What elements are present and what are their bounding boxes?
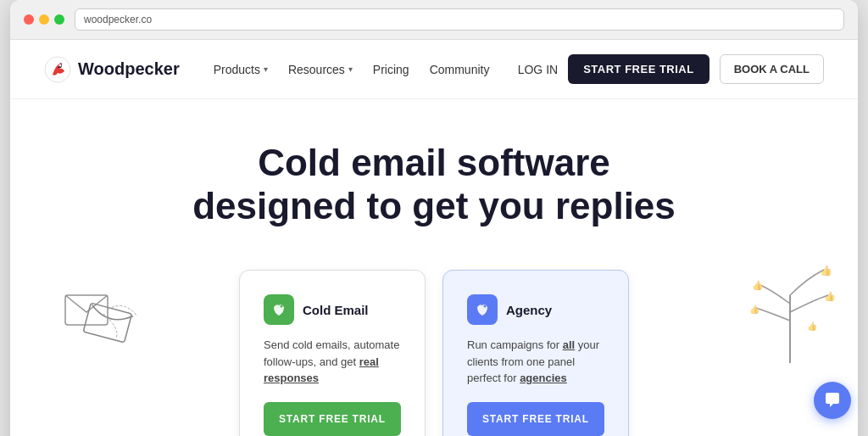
hero-title: Cold email software designed to get you … — [137, 142, 731, 227]
svg-text:👍: 👍 — [824, 290, 836, 302]
agency-card: Agency Run campaigns for all your client… — [442, 270, 629, 436]
tree-decoration: 👍 👍 👍 👍 👍 — [739, 253, 841, 372]
nav-links: Products ▾ Resources ▾ Pricing Community — [214, 63, 518, 76]
agency-card-header: Agency — [467, 294, 604, 325]
dot-yellow[interactable] — [39, 14, 49, 25]
svg-text:👍: 👍 — [820, 264, 832, 277]
cold-email-icon — [264, 294, 294, 325]
svg-text:👍: 👍 — [752, 279, 764, 291]
svg-point-10 — [281, 305, 283, 308]
nav-community[interactable]: Community — [430, 63, 490, 76]
cold-email-trial-button[interactable]: START FREE TRIAL — [264, 402, 401, 436]
cold-email-card-title: Cold Email — [303, 303, 369, 317]
nav-pricing[interactable]: Pricing — [373, 63, 409, 76]
cold-email-card-header: Cold Email — [264, 294, 401, 325]
dot-red[interactable] — [24, 14, 34, 25]
cards-section: 👍 👍 👍 👍 👍 Cold Email Sen — [10, 270, 858, 436]
products-chevron: ▾ — [264, 64, 268, 74]
cold-email-card-desc: Send cold emails, automate follow-ups, a… — [264, 337, 401, 387]
resources-chevron: ▾ — [348, 64, 353, 74]
logo-text: Woodpecker — [78, 59, 180, 79]
svg-text:👍: 👍 — [749, 304, 760, 315]
browser-toolbar: woodpecker.co — [10, 0, 858, 40]
envelope-decoration — [61, 278, 163, 363]
login-button[interactable]: LOG IN — [518, 63, 558, 76]
agency-trial-button[interactable]: START FREE TRIAL — [467, 402, 604, 436]
navbar: Woodpecker Products ▾ Resources ▾ Pricin… — [10, 40, 858, 99]
logo-area[interactable]: Woodpecker — [44, 56, 180, 83]
browser-addressbar: woodpecker.co — [75, 8, 844, 31]
nav-trial-button[interactable]: START FREE TRIAL — [568, 54, 709, 84]
nav-products[interactable]: Products ▾ — [214, 63, 268, 76]
nav-resources[interactable]: Resources ▾ — [288, 63, 353, 76]
woodpecker-logo-icon — [44, 56, 71, 83]
agency-icon — [467, 294, 498, 325]
cold-email-card: Cold Email Send cold emails, automate fo… — [239, 270, 426, 436]
chat-button[interactable] — [814, 382, 851, 419]
hero-section: Cold email software designed to get you … — [10, 99, 858, 270]
agency-card-desc: Run campaigns for all your clients from … — [467, 337, 604, 387]
svg-point-12 — [484, 305, 487, 308]
book-call-button[interactable]: BOOK A CALL — [720, 54, 824, 84]
nav-actions: LOG IN START FREE TRIAL BOOK A CALL — [518, 54, 824, 84]
browser-dots — [24, 14, 64, 25]
browser-window: woodpecker.co Woodpecker Products ▾ Reso… — [10, 0, 858, 436]
chat-icon — [823, 391, 842, 410]
dot-green[interactable] — [54, 14, 64, 25]
svg-text:👍: 👍 — [807, 321, 818, 332]
svg-point-1 — [59, 64, 62, 66]
agency-card-title: Agency — [506, 303, 552, 317]
